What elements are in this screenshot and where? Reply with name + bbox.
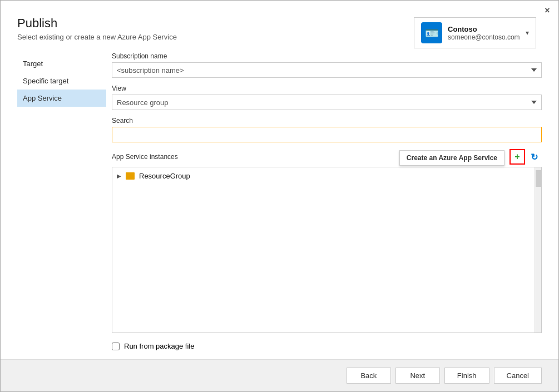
run-from-package-label: Run from package file (124, 342, 194, 350)
refresh-button[interactable]: ↻ (526, 149, 542, 165)
checkbox-row: Run from package file (112, 342, 542, 350)
subscription-group: Subscription name <subscription name> (112, 52, 542, 78)
account-avatar: 🪪 (421, 22, 442, 43)
account-email: someone@contoso.com (448, 33, 520, 41)
cancel-button[interactable]: Cancel (494, 368, 542, 384)
subscription-select[interactable]: <subscription name> (112, 62, 542, 78)
next-button[interactable]: Next (395, 368, 440, 384)
dialog-content: Publish Select existing or create a new … (1, 16, 558, 350)
sidebar: Target Specific target App Service (17, 52, 106, 350)
form-area: Subscription name <subscription name> Vi… (106, 52, 542, 350)
instances-section: App Service instances + Create an Azure … (112, 149, 542, 333)
search-label: Search (112, 117, 542, 125)
tree-item-resource-group[interactable]: ▶ ResourceGroup (112, 170, 541, 182)
back-button[interactable]: Back (347, 368, 391, 384)
title-bar: × (1, 1, 558, 16)
main-area: Target Specific target App Service Subsc… (17, 52, 542, 350)
sidebar-item-target[interactable]: Target (17, 55, 106, 72)
instances-list: ▶ ResourceGroup (112, 167, 542, 333)
instances-tools: + Create an Azure App Service ↻ (509, 149, 542, 165)
search-input[interactable] (112, 127, 542, 142)
run-from-package-checkbox[interactable] (112, 343, 120, 350)
account-chevron-icon: ▾ (526, 29, 529, 37)
tree-expand-icon: ▶ (117, 173, 123, 179)
sidebar-item-specific-target[interactable]: Specific target (17, 72, 106, 90)
tree-item-label: ResourceGroup (139, 172, 190, 180)
add-tooltip: Create an Azure App Service (399, 150, 504, 166)
sidebar-item-app-service[interactable]: App Service (17, 90, 106, 107)
close-button[interactable]: × (542, 5, 553, 16)
view-label: View (112, 85, 542, 92)
subscription-label: Subscription name (112, 52, 542, 60)
view-select[interactable]: Resource group Flat list (112, 95, 542, 110)
scrollbar-thumb (536, 170, 541, 187)
instances-header: App Service instances + Create an Azure … (112, 149, 542, 165)
dialog-footer: Back Next Finish Cancel (1, 359, 558, 391)
account-name: Contoso (448, 25, 520, 33)
account-icon: 🪪 (425, 26, 439, 39)
scrollbar-track[interactable] (535, 167, 541, 333)
finish-button[interactable]: Finish (444, 368, 489, 384)
account-info: Contoso someone@contoso.com (448, 25, 520, 41)
folder-icon (126, 172, 135, 180)
instances-label: App Service instances (112, 153, 178, 161)
view-group: View Resource group Flat list (112, 85, 542, 110)
search-group: Search (112, 117, 542, 142)
publish-dialog: × 🪪 Contoso someone@contoso.com ▾ Publis… (0, 0, 559, 392)
add-app-service-button[interactable]: + Create an Azure App Service (509, 149, 525, 165)
instances-list-inner[interactable]: ▶ ResourceGroup (112, 167, 541, 333)
account-box[interactable]: 🪪 Contoso someone@contoso.com ▾ (414, 17, 536, 48)
